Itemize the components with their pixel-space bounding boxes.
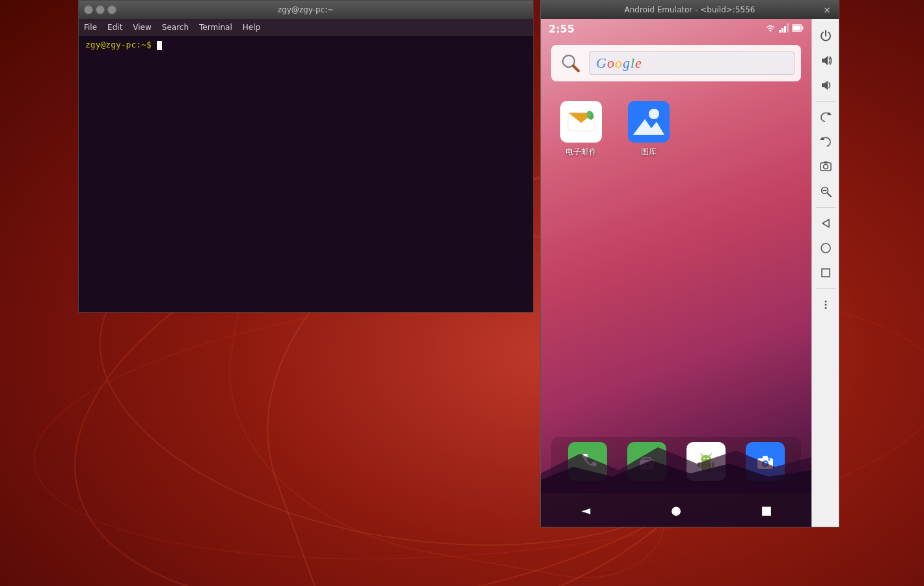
app-gallery[interactable]: 图库 [628,101,670,158]
svg-rect-8 [793,25,801,30]
terminal-body[interactable]: zgy@zgy-pc:~$ [79,36,533,312]
dock-store[interactable] [627,442,666,481]
sidebar-separator-1 [816,101,836,102]
android-recents-btn[interactable]: ■ [755,498,778,522]
emulator-rotate-ccw-btn[interactable] [814,130,837,154]
svg-point-44 [763,462,767,466]
terminal-menu-edit[interactable]: Edit [107,23,122,32]
svg-rect-28 [645,463,649,466]
sidebar-separator-2 [816,207,836,208]
svg-point-51 [823,165,828,169]
terminal-close-btn[interactable] [107,5,116,14]
svg-point-32 [707,458,708,459]
svg-marker-56 [822,219,829,227]
emulator-zoom-btn[interactable] [814,180,837,203]
emulator-titlebar: Android Emulator - <build>:5556 × [541,1,839,19]
emulator-window: Android Emulator - <build>:5556 × 2:55 [540,0,839,527]
svg-rect-39 [707,468,710,471]
svg-marker-46 [822,56,828,65]
svg-rect-4 [781,28,783,33]
android-apps-area: 电子邮件 [541,88,811,430]
terminal-menu-terminal[interactable]: Terminal [199,23,232,32]
terminal-menu-search[interactable]: Search [162,23,189,32]
terminal-window-controls [84,5,116,14]
terminal-menu-view[interactable]: View [133,23,151,32]
app-row-main: 电子邮件 [560,101,792,158]
google-search-bar[interactable]: Google [551,45,801,81]
svg-point-20 [649,109,659,119]
svg-point-11 [564,57,573,66]
svg-line-12 [573,66,578,71]
svg-line-54 [827,193,831,197]
svg-rect-5 [784,26,786,33]
emulator-title: Android Emulator - <build>:5556 [559,5,821,14]
android-dock [551,437,801,486]
emulator-content: 2:55 [541,19,839,527]
signal-icon [779,23,789,35]
emulator-rotate-cw-btn[interactable] [814,105,837,129]
android-screen[interactable]: 2:55 [541,19,811,527]
terminal-titlebar: zgy@zgy-pc:~ [79,1,533,19]
svg-point-13 [565,58,568,61]
emulator-sidebar [811,19,839,527]
svg-rect-19 [628,101,670,143]
terminal-prompt-text: zgy@zgy-pc:~$ [85,40,152,49]
emulator-volume-up-btn[interactable] [814,49,837,72]
sidebar-separator-3 [816,288,836,289]
svg-rect-37 [712,462,714,467]
terminal-maximize-btn[interactable] [96,5,105,14]
svg-rect-58 [822,269,830,277]
svg-point-45 [768,459,770,461]
terminal-cursor [157,41,162,50]
svg-point-57 [821,244,830,253]
terminal-minimize-btn[interactable] [84,5,93,14]
svg-rect-42 [763,456,768,460]
svg-rect-36 [698,462,700,467]
android-nav-bar: ◄ ● ■ [541,493,811,527]
emulator-back-btn[interactable] [814,212,837,235]
android-back-btn[interactable]: ◄ [574,498,597,522]
svg-rect-52 [824,161,828,163]
emulator-volume-down-btn[interactable] [814,74,837,97]
svg-rect-6 [787,23,789,33]
android-home-btn[interactable]: ● [664,498,688,522]
svg-rect-35 [701,462,711,469]
android-status-bar: 2:55 [541,19,811,38]
terminal-menu-help[interactable]: Help [243,23,260,32]
terminal-menubar: File Edit View Search Terminal Help [79,19,533,36]
app-gallery-icon [628,101,670,143]
dock-android[interactable] [686,442,726,481]
svg-point-59 [824,301,826,303]
dock-phone[interactable] [568,442,607,481]
battery-icon [792,23,804,35]
app-email-label: 电子邮件 [565,146,597,158]
emulator-more-btn[interactable] [814,293,837,316]
google-logo: Google [596,55,642,72]
google-search-magnifier [558,50,584,76]
svg-rect-3 [779,30,781,33]
emulator-recents-btn[interactable] [814,261,837,285]
terminal-window: zgy@zgy-pc:~ File Edit View Search Termi… [78,0,534,313]
app-email-icon [560,101,602,143]
svg-marker-47 [822,81,828,90]
svg-point-60 [824,304,826,306]
terminal-menu-file[interactable]: File [84,23,97,32]
svg-point-30 [701,455,711,463]
android-dock-area [541,430,811,493]
svg-point-61 [824,307,826,309]
wifi-icon [765,23,776,35]
emulator-power-btn[interactable] [814,24,837,48]
app-gallery-label: 图库 [641,146,657,158]
app-email[interactable]: 电子邮件 [560,101,602,158]
svg-point-31 [703,458,704,459]
svg-rect-38 [702,468,705,471]
android-status-icons [765,23,804,35]
terminal-title: zgy@zgy-pc:~ [116,5,495,14]
terminal-prompt: zgy@zgy-pc:~$ [85,40,526,50]
emulator-close-button[interactable]: × [821,5,834,15]
svg-rect-9 [802,26,804,29]
emulator-home-btn[interactable] [814,236,837,260]
emulator-screenshot-btn[interactable] [814,155,837,178]
dock-camera[interactable] [746,442,785,481]
android-time: 2:55 [549,23,575,35]
